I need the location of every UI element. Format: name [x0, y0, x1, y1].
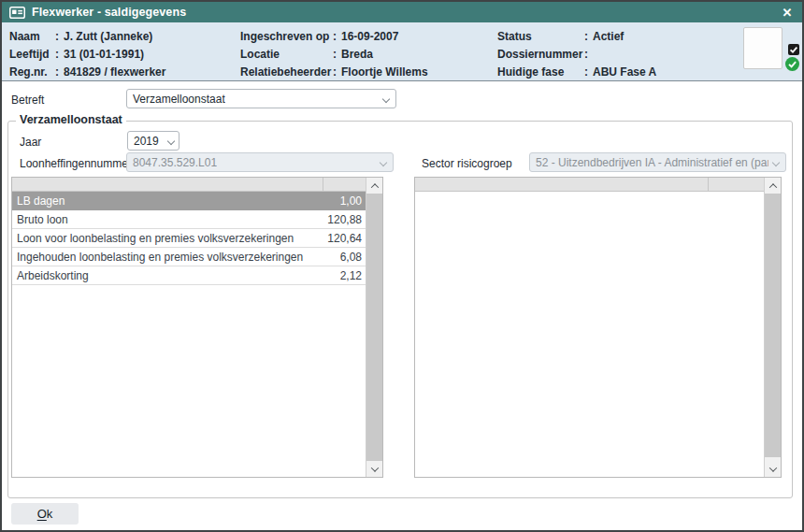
field-value: 31 (01-01-1991) [64, 48, 144, 61]
field-label: Naam [9, 30, 55, 43]
window-title: Flexwerker - saldigegevens [32, 6, 186, 19]
chevron-down-icon [167, 137, 175, 145]
vertical-scrollbar[interactable] [764, 178, 781, 477]
chevron-down-icon [370, 464, 378, 471]
field-value: Breda [341, 48, 373, 61]
ok-button-label-rest: k [47, 507, 53, 521]
info-row-locatie: Locatie : Breda [240, 45, 428, 63]
info-row-leeftijd: Leeftijd : 31 (01-01-1991) [9, 45, 165, 63]
verzamelloonstaat-groupbox: Verzamelloonstaat Jaar 2019 Loonheffinge… [7, 121, 793, 498]
checked-checkbox-icon[interactable] [788, 42, 799, 53]
table-row[interactable]: Ingehouden loonbelasting en premies volk… [12, 248, 366, 266]
betreft-dropdown[interactable]: Verzamelloonstaat [126, 89, 396, 108]
betreft-label: Betreft [11, 93, 44, 107]
jaar-label: Jaar [20, 136, 41, 149]
separator: : [333, 30, 337, 43]
chevron-down-icon [772, 159, 780, 166]
info-row-status: Status : Actief [497, 27, 656, 45]
field-label: Leeftijd [9, 48, 55, 61]
separator: : [584, 30, 588, 43]
vertical-scrollbar[interactable] [366, 178, 382, 477]
info-row-ingeschreven: Ingeschreven op : 16-09-2007 [240, 27, 428, 45]
sector-risicogroep-dropdown-value: 52 - Uitzendbedrijven IA - Administratie… [536, 156, 768, 169]
chevron-down-icon [382, 95, 390, 103]
table-row[interactable]: LB dagen 1,00 [12, 192, 366, 210]
sector-table [414, 177, 782, 478]
chevron-down-icon [380, 159, 387, 166]
field-label: Reg.nr. [9, 65, 55, 79]
header-cell-name [12, 178, 323, 191]
row-value-cell: 120,88 [323, 213, 366, 226]
person-info-band: Naam : J. Zutt (Janneke) Leeftijd : 31 (… [2, 22, 802, 81]
field-value: 841829 / flexwerker [64, 65, 165, 79]
row-value-cell: 6,08 [323, 251, 366, 264]
table-header-row [12, 178, 366, 192]
scrollbar-thumb[interactable] [765, 194, 781, 457]
row-label-cell: LB dagen [12, 194, 323, 208]
separator: : [584, 48, 588, 61]
header-cell-value [323, 178, 366, 191]
groupbox-legend: Verzamelloonstaat [16, 113, 126, 126]
row-label-cell: Ingehouden loonbelasting en premies volk… [12, 251, 323, 264]
betreft-dropdown-value: Verzamelloonstaat [133, 93, 225, 106]
field-label: Relatiebeheerder [240, 65, 333, 79]
photo-placeholder [743, 27, 782, 69]
row-value-cell: 120,64 [323, 232, 366, 245]
separator: : [333, 48, 337, 61]
header-cell-name [415, 178, 708, 191]
loonheffingennummer-dropdown-value: 8047.35.529.L01 [133, 156, 217, 169]
table-row[interactable]: Loon voor loonbelasting en premies volks… [12, 229, 366, 248]
loonheffingennummer-label: Loonheffingennummer [20, 157, 132, 170]
separator: : [55, 65, 59, 79]
field-value: Floortje Willems [341, 65, 428, 79]
scrollbar-thumb[interactable] [366, 194, 382, 461]
separator: : [55, 30, 59, 43]
separator: : [584, 65, 588, 79]
sector-risicogroep-dropdown: 52 - Uitzendbedrijven IA - Administratie… [529, 152, 786, 172]
field-label: Status [497, 30, 584, 43]
jaar-dropdown[interactable]: 2019 [127, 131, 179, 151]
table-row[interactable]: Bruto loon 120,88 [12, 210, 366, 229]
scroll-up-button[interactable] [366, 178, 382, 194]
saldi-table-body: LB dagen 1,00 Bruto loon 120,88 Loon voo… [12, 178, 366, 477]
info-column-1: Naam : J. Zutt (Janneke) Leeftijd : 31 (… [9, 27, 165, 80]
id-card-icon [9, 7, 25, 19]
info-row-relatiebeheerder: Relatiebeheerder : Floortje Willems [240, 63, 428, 80]
info-column-3: Status : Actief Dossiernummer : Huidige … [497, 27, 656, 80]
field-label: Ingeschreven op [240, 30, 333, 43]
header-cell-value [708, 178, 764, 191]
separator: : [55, 48, 59, 61]
table-header-row [415, 178, 764, 192]
status-ok-check-icon [785, 57, 799, 71]
ok-button-accelerator: O [37, 507, 47, 521]
jaar-dropdown-value: 2019 [134, 135, 159, 148]
scroll-down-button[interactable] [366, 461, 382, 477]
scroll-down-button[interactable] [765, 461, 781, 477]
row-value-cell: 1,00 [323, 194, 366, 208]
chevron-up-icon [768, 183, 776, 191]
row-label-cell: Bruto loon [12, 213, 323, 226]
field-value: ABU Fase A [593, 65, 656, 79]
chevron-down-icon [768, 464, 776, 471]
separator: : [333, 65, 337, 79]
info-row-huidige-fase: Huidige fase : ABU Fase A [497, 63, 656, 80]
field-value: Actief [593, 30, 624, 43]
info-row-naam: Naam : J. Zutt (Janneke) [9, 27, 165, 45]
loonheffingennummer-dropdown: 8047.35.529.L01 [126, 152, 394, 172]
ok-button[interactable]: Ok [11, 503, 79, 525]
info-column-2: Ingeschreven op : 16-09-2007 Locatie : B… [240, 27, 428, 80]
field-label: Locatie [240, 48, 333, 61]
row-value-cell: 2,12 [323, 269, 366, 282]
scroll-up-button[interactable] [765, 178, 781, 194]
row-label-cell: Arbeidskorting [12, 269, 323, 282]
field-value: 16-09-2007 [341, 30, 398, 43]
info-row-regnr: Reg.nr. : 841829 / flexwerker [9, 63, 165, 80]
title-bar[interactable]: Flexwerker - saldigegevens ✕ [2, 2, 802, 22]
sector-table-body [415, 178, 764, 477]
dialog-window: Flexwerker - saldigegevens ✕ Naam : J. Z… [0, 0, 804, 532]
field-label: Dossiernummer [497, 48, 584, 61]
field-value: J. Zutt (Janneke) [64, 30, 152, 43]
close-icon[interactable]: ✕ [778, 2, 797, 22]
info-row-dossiernummer: Dossiernummer : [497, 45, 656, 63]
table-row[interactable]: Arbeidskorting 2,12 [12, 266, 366, 285]
